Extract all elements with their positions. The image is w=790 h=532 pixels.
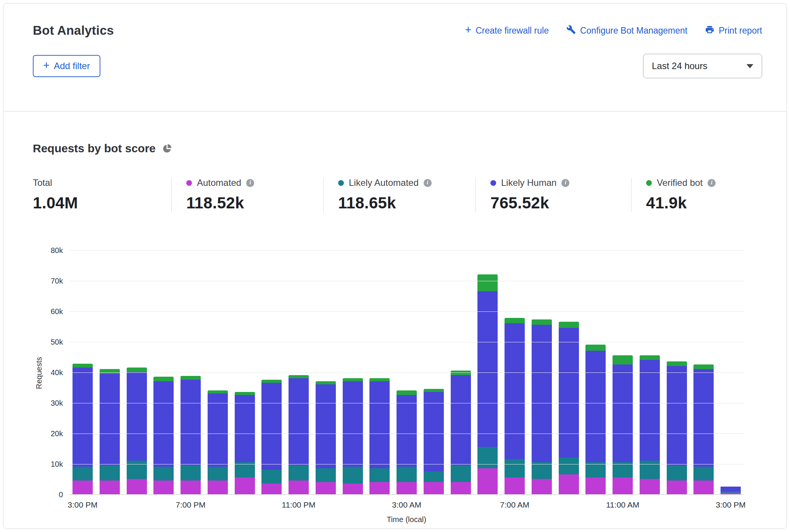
stacked-bar[interactable] (181, 376, 201, 494)
wrench-icon (566, 25, 576, 37)
bar-segment-automated (477, 468, 498, 494)
bar-segment-verified_bot (532, 319, 552, 325)
bar-segment-likely_human (424, 392, 444, 471)
gridline (69, 281, 744, 281)
stacked-bar[interactable] (100, 369, 120, 494)
bar-segment-automated (640, 479, 660, 494)
info-icon[interactable]: i (424, 179, 432, 187)
y-tick-label: 80k (51, 246, 63, 255)
bar-segment-automated (153, 480, 174, 494)
stacked-bar[interactable] (532, 319, 552, 494)
gridline (69, 342, 744, 342)
print-report-link[interactable]: Print report (705, 25, 762, 37)
bar-segment-likely_human (532, 325, 552, 462)
time-range-select[interactable]: Last 24 hours (643, 54, 762, 78)
bar-segment-likely_automated (559, 458, 579, 474)
bar-segment-likely_automated (613, 462, 633, 477)
gridline (69, 464, 744, 464)
stacked-bar[interactable] (451, 371, 471, 494)
bar-segment-likely_human (369, 381, 390, 468)
stat-automated-value: 118.52k (186, 194, 312, 212)
stacked-bar[interactable] (559, 322, 579, 494)
bar-segment-verified_bot (667, 361, 687, 366)
bar-segment-likely_automated (693, 467, 714, 480)
stacked-bar[interactable] (369, 378, 390, 494)
bar-segment-likely_human (289, 378, 309, 465)
bar-segment-likely_automated (397, 467, 417, 482)
info-icon[interactable]: i (708, 179, 716, 187)
stacked-bar[interactable] (316, 381, 336, 494)
section-title: Requests by bot score (33, 142, 156, 155)
bar-segment-likely_human (693, 369, 714, 467)
bar-segment-verified_bot (73, 364, 93, 368)
bar-segment-automated (693, 480, 714, 494)
bar-segment-verified_bot (451, 371, 471, 375)
stacked-bar[interactable] (693, 364, 714, 494)
stacked-bar[interactable] (477, 274, 498, 494)
bar-segment-likely_human (477, 291, 498, 447)
stacked-bar[interactable] (153, 377, 174, 494)
stacked-bar[interactable] (667, 361, 687, 494)
y-tick-label: 0 (59, 490, 63, 499)
bar-segment-automated (208, 480, 228, 494)
stacked-bar[interactable] (235, 392, 255, 494)
stacked-bar[interactable] (397, 390, 417, 494)
stat-likely-automated-label: Likely Automated (349, 177, 419, 188)
info-icon[interactable]: i (561, 179, 569, 187)
stacked-bar[interactable] (73, 364, 93, 494)
bar-segment-likely_automated (585, 462, 606, 477)
print-report-label: Print report (719, 26, 762, 36)
bar-segment-automated (343, 484, 363, 494)
stacked-bar[interactable] (208, 390, 228, 494)
bar-segment-likely_automated (261, 470, 282, 484)
stacked-bar[interactable] (640, 355, 660, 494)
create-firewall-rule-link[interactable]: + Create firewall rule (465, 26, 549, 36)
bar-segment-likely_automated (316, 468, 336, 482)
create-firewall-rule-label: Create firewall rule (476, 26, 549, 36)
stacked-bar[interactable] (424, 389, 444, 494)
page-title: Bot Analytics (33, 23, 114, 38)
stat-likely-human: Likely Human i 765.52k (476, 178, 631, 212)
stat-automated-label: Automated (197, 177, 241, 188)
bar-segment-automated (424, 482, 444, 494)
stat-likely-human-label: Likely Human (501, 177, 556, 188)
bar-segment-likely_human (451, 375, 471, 465)
gridline (69, 311, 744, 312)
bar-segment-verified_bot (369, 378, 390, 381)
stacked-bar[interactable] (343, 378, 363, 494)
bar-segment-automated (235, 477, 255, 494)
bar-segment-verified_bot (397, 390, 417, 395)
stacked-bar[interactable] (585, 345, 606, 494)
bar-segment-verified_bot (505, 318, 525, 323)
bar-segment-likely_human (153, 381, 174, 467)
bar-segment-likely_human (261, 383, 282, 470)
stacked-bar[interactable] (505, 318, 525, 494)
add-filter-button[interactable]: + Add filter (33, 55, 100, 77)
bar-segment-automated (261, 484, 282, 494)
bar-segment-verified_bot (693, 364, 714, 369)
main-content: Requests by bot score Total 1.04M Automa… (3, 111, 787, 524)
configure-bot-management-link[interactable]: Configure Bot Management (566, 25, 687, 37)
bar-segment-automated (585, 477, 606, 494)
time-range-value: Last 24 hours (652, 61, 707, 71)
stacked-bar[interactable] (289, 375, 309, 494)
gridline (69, 250, 744, 251)
bar-segment-likely_human (343, 381, 363, 467)
info-icon[interactable]: i (246, 179, 254, 187)
stacked-bar[interactable] (721, 487, 741, 494)
bar-segment-likely_human (559, 328, 579, 458)
bar-segment-verified_bot (316, 381, 336, 384)
bar-segment-verified_bot (585, 345, 606, 351)
x-tick-label: 3:00 AM (392, 500, 421, 509)
legend-dot-automated (186, 180, 192, 186)
stacked-bar[interactable] (127, 368, 147, 494)
bar-segment-automated (397, 482, 417, 494)
bar-segment-automated (127, 479, 147, 494)
bar-segment-verified_bot (613, 355, 633, 364)
bar-segment-verified_bot (559, 322, 579, 328)
stacked-bar[interactable] (613, 355, 633, 494)
stacked-bar[interactable] (261, 380, 282, 494)
bar-segment-verified_bot (235, 392, 255, 395)
bar-segment-automated (451, 482, 471, 494)
bar-segment-verified_bot (153, 377, 174, 381)
